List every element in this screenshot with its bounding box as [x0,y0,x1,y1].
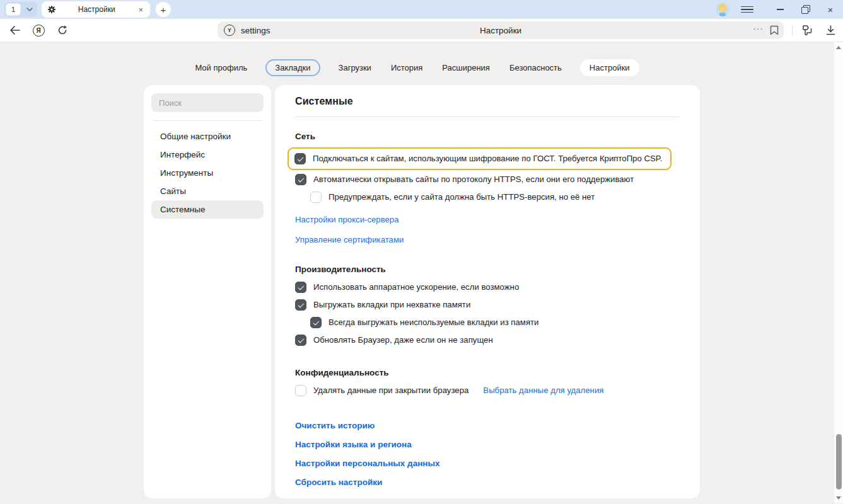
sidebar-item-system[interactable]: Системные [151,200,264,219]
new-tab-button[interactable]: + [156,2,171,17]
checkbox-always-unload[interactable] [310,317,322,328]
link-certificates[interactable]: Управление сертификатами [295,235,404,244]
link-reset-settings[interactable]: Сбросить настройки [295,478,680,487]
link-personal-data[interactable]: Настройки персональных данных [295,459,680,468]
browser-tab-settings[interactable]: Настройки × [42,1,150,18]
checkbox-hw-accel[interactable] [295,282,306,293]
sidebar-divider [153,120,262,121]
setting-row-https-auto: Автоматически открывать сайты по протоко… [295,174,680,185]
checkbox-unload-tabs[interactable] [295,299,306,311]
nav-tab-settings[interactable]: Настройки [580,59,639,76]
section-heading-network: Сеть [295,132,680,141]
setting-label: Использовать аппаратное ускорение, если … [313,282,519,293]
bookmark-icon[interactable] [770,25,779,35]
setting-row-auto-update: Обновлять Браузер, даже если он не запущ… [295,335,680,346]
sidebar-item-interface[interactable]: Интерфейс [151,146,264,164]
nav-tab-history[interactable]: История [390,59,424,76]
window-close-button[interactable]: × [818,0,843,19]
checkbox-https-warn[interactable] [310,192,322,203]
tab-title: Настройки [56,5,137,14]
setting-row-clear-on-close: Удалять данные при закрытии браузера Выб… [295,385,680,396]
settings-nav: Мой профиль Закладки Загрузки История Ра… [0,59,833,76]
address-bar[interactable]: Y settings Настройки ··· [218,21,784,39]
profile-avatar[interactable] [716,3,730,16]
link-choose-data[interactable]: Выбрать данные для удаления [483,385,603,396]
nav-tab-bookmarks[interactable]: Закладки [265,59,320,76]
titlebar-controls: × [716,0,843,19]
search-input[interactable] [151,93,264,112]
site-badge-icon[interactable]: Y [224,25,235,36]
setting-row-always-unload: Всегда выгружать неиспользуемые вкладки … [310,317,680,328]
window-minimize-button[interactable] [767,0,793,19]
scrollbar[interactable] [834,42,843,503]
setting-row-hw-accel: Использовать аппаратное ускорение, если … [295,282,680,293]
sidebar-item-sites[interactable]: Сайты [151,182,264,200]
link-proxy-settings[interactable]: Настройки прокси-сервера [295,215,399,224]
setting-label: Обновлять Браузер, даже если он не запущ… [313,335,493,346]
scroll-up-icon[interactable] [836,46,841,49]
scroll-down-icon[interactable] [836,496,841,500]
tab-counter[interactable]: 1 [4,2,37,17]
checkbox-auto-update[interactable] [295,335,306,346]
setting-row-gost: Подключаться к сайтам, использующим шифр… [294,153,665,164]
settings-page: Мой профиль Закладки Загрузки История Ра… [0,42,843,503]
chevron-down-icon[interactable] [22,8,37,11]
setting-label: Предупреждать, если у сайта должна быть … [328,192,595,203]
refresh-button[interactable] [53,19,72,42]
scrollbar-thumb[interactable] [836,434,842,490]
title-divider [295,117,680,117]
download-icon[interactable] [822,19,839,42]
collections-icon[interactable] [798,19,815,42]
tab-close-icon[interactable]: × [137,4,144,15]
setting-label: Всегда выгружать неиспользуемые вкладки … [328,317,538,328]
setting-row-unload-tabs: Выгружать вкладки при нехватке памяти [295,299,680,311]
yandex-home-button[interactable]: Я [29,19,48,42]
checkbox-gost[interactable] [294,153,306,164]
gost-highlight-box: Подключаться к сайтам, использующим шифр… [288,147,671,170]
checkbox-clear-on-close[interactable] [295,385,306,396]
section-heading-privacy: Конфиденциальность [295,368,680,377]
settings-content: Системные Сеть Подключаться к сайтам, ис… [275,85,700,498]
toolbar-separator [792,25,793,36]
address-value[interactable]: settings [241,26,270,35]
section-heading-performance: Производительность [295,265,680,274]
titlebar: 1 Настройки × + [0,0,843,19]
setting-label: Удалять данные при закрытии браузера [313,385,468,396]
setting-row-https-warn: Предупреждать, если у сайта должна быть … [310,192,680,203]
setting-label: Подключаться к сайтам, использующим шифр… [313,153,663,164]
checkbox-https-auto[interactable] [295,174,306,185]
address-page-title: Настройки [480,26,521,35]
sidebar-item-general[interactable]: Общие настройки [151,127,264,146]
back-button[interactable] [5,19,24,42]
window-restore-button[interactable] [793,0,818,19]
page-title: Системные [295,96,680,107]
sidebar-item-tools[interactable]: Инструменты [151,164,264,182]
tab-count-badge[interactable]: 1 [6,3,21,16]
gear-icon [47,5,56,14]
browser-menu-icon[interactable] [741,6,753,13]
settings-sidebar: Общие настройки Интерфейс Инструменты Са… [144,85,271,498]
nav-tab-downloads[interactable]: Загрузки [337,59,373,76]
setting-label: Выгружать вкладки при нехватке памяти [313,299,470,311]
link-clear-history[interactable]: Очистить историю [295,421,680,430]
setting-label: Автоматически открывать сайты по протоко… [313,174,634,185]
nav-tab-profile[interactable]: Мой профиль [194,59,248,76]
link-language-region[interactable]: Настройки языка и региона [295,440,680,449]
toolbar: Я Y settings Настройки ··· [0,19,843,42]
address-more-icon[interactable]: ··· [753,24,764,37]
nav-tab-extensions[interactable]: Расширения [441,59,491,76]
nav-tab-security[interactable]: Безопасность [508,59,563,76]
